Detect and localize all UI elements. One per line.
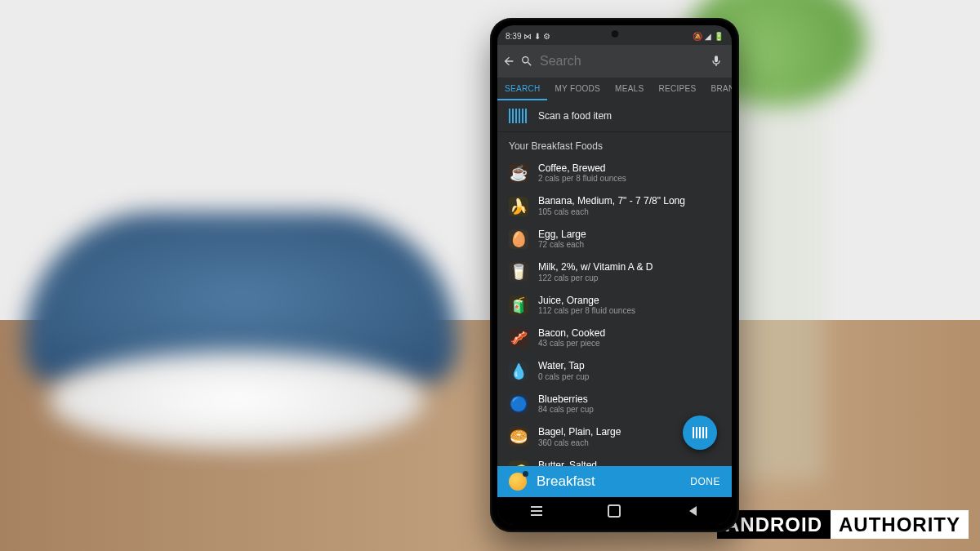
- scan-label: Scan a food item: [538, 110, 612, 122]
- breakfast-icon: [509, 473, 527, 491]
- food-name: Water, Tap: [538, 360, 589, 371]
- list-item[interactable]: 💧Water, Tap0 cals per cup: [497, 354, 732, 387]
- list-item[interactable]: 🥓Bacon, Cooked43 cals per piece: [497, 322, 732, 354]
- scan-fab[interactable]: [683, 415, 717, 450]
- nav-back[interactable]: [680, 505, 705, 517]
- food-icon: 🧈: [509, 460, 528, 466]
- food-icon: ☕: [509, 163, 528, 183]
- status-right-icons: 🔕 ◢ 🔋: [693, 32, 724, 41]
- done-button[interactable]: DONE: [690, 476, 720, 487]
- list-item[interactable]: 🥛Milk, 2%, w/ Vitamin A & D122 cals per …: [497, 256, 732, 288]
- food-subtitle: 360 cals each: [538, 438, 621, 448]
- android-nav-bar: [497, 497, 732, 525]
- search-input[interactable]: [538, 53, 705, 69]
- tab-my-foods[interactable]: MY FOODS: [547, 78, 608, 100]
- list-item[interactable]: 🥚Egg, Large72 cals each: [497, 223, 732, 256]
- list-item[interactable]: 🍌Banana, Medium, 7" - 7 7/8" Long105 cal…: [497, 189, 732, 222]
- mic-icon[interactable]: [710, 52, 723, 70]
- food-name: Bagel, Plain, Large: [538, 426, 621, 438]
- food-subtitle: 43 cals per piece: [538, 339, 605, 349]
- food-name: Blueberries: [538, 393, 594, 405]
- search-icon: [520, 52, 533, 70]
- phone-screen: 8:39 ⋈ ⬇ ⚙ 🔕 ◢ 🔋 SEARCHMY FOODSMEALSRECI…: [497, 25, 732, 525]
- phone-camera: [610, 29, 619, 38]
- food-subtitle: 122 cals per cup: [538, 273, 653, 283]
- meal-footer: Breakfast DONE: [497, 466, 732, 497]
- list-item[interactable]: 🧈Butter, Salted103 cals per tablespoon: [497, 454, 732, 466]
- barcode-icon: [509, 109, 528, 123]
- food-name: Butter, Salted: [538, 460, 625, 466]
- food-subtitle: 84 cals per cup: [538, 405, 594, 415]
- list-item[interactable]: ☕Coffee, Brewed2 cals per 8 fluid ounces: [497, 157, 732, 189]
- list-item[interactable]: 🧃Juice, Orange112 cals per 8 fluid ounce…: [497, 289, 732, 322]
- phone-frame: 8:39 ⋈ ⬇ ⚙ 🔕 ◢ 🔋 SEARCHMY FOODSMEALSRECI…: [490, 18, 739, 532]
- food-name: Coffee, Brewed: [538, 162, 626, 174]
- food-icon: 🔵: [509, 394, 528, 414]
- status-time: 8:39 ⋈ ⬇ ⚙: [506, 32, 550, 41]
- nav-home[interactable]: [602, 505, 626, 517]
- barcode-icon: [693, 427, 707, 438]
- food-subtitle: 72 cals each: [538, 240, 586, 250]
- food-name: Bacon, Cooked: [538, 327, 605, 339]
- food-subtitle: 2 cals per 8 fluid ounces: [538, 174, 626, 184]
- food-name: Juice, Orange: [538, 295, 635, 306]
- watermark: ANDROIDAUTHORITY: [717, 513, 969, 536]
- scan-food-item[interactable]: Scan a food item: [497, 100, 732, 132]
- overflow-icon[interactable]: [728, 52, 732, 70]
- food-icon: 🍌: [509, 197, 528, 216]
- section-title: Your Breakfast Foods: [497, 132, 732, 157]
- food-icon: 🧃: [509, 295, 528, 315]
- tab-brands[interactable]: BRANDS: [703, 78, 732, 100]
- back-icon[interactable]: [502, 52, 515, 70]
- food-name: Milk, 2%, w/ Vitamin A & D: [538, 261, 653, 273]
- search-bar: [497, 45, 732, 78]
- meal-name[interactable]: Breakfast: [537, 473, 690, 490]
- food-icon: 🥚: [509, 229, 528, 249]
- watermark-right: AUTHORITY: [831, 510, 969, 539]
- food-icon: 🥯: [509, 427, 528, 447]
- background-plate: [49, 351, 425, 449]
- food-name: Egg, Large: [538, 229, 586, 240]
- food-subtitle: 0 cals per cup: [538, 372, 589, 382]
- tab-bar: SEARCHMY FOODSMEALSRECIPESBRANDS: [497, 78, 732, 100]
- food-name: Banana, Medium, 7" - 7 7/8" Long: [538, 195, 685, 207]
- food-subtitle: 105 cals each: [538, 207, 685, 217]
- nav-recent[interactable]: [524, 505, 549, 517]
- food-icon: 🥓: [509, 328, 528, 348]
- food-subtitle: 112 cals per 8 fluid ounces: [538, 306, 635, 316]
- food-icon: 🥛: [509, 262, 528, 282]
- food-icon: 💧: [509, 362, 528, 381]
- tab-recipes[interactable]: RECIPES: [651, 78, 703, 100]
- tab-meals[interactable]: MEALS: [608, 78, 651, 100]
- tab-search[interactable]: SEARCH: [497, 78, 547, 100]
